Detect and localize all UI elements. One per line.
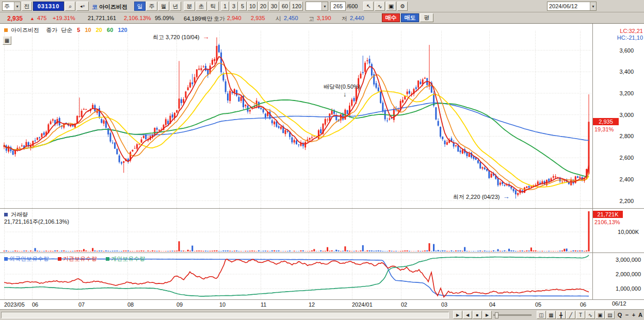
replay-speed-slider[interactable] bbox=[493, 314, 532, 316]
dividend-annotation: 배당락(0.50%) bbox=[324, 83, 361, 91]
svg-text:10: 10 bbox=[219, 301, 226, 308]
ma10-label: 10 bbox=[85, 27, 91, 33]
auto-scale-button[interactable]: A bbox=[637, 311, 644, 319]
replay-back-button[interactable]: ◀ bbox=[463, 311, 472, 319]
list-button[interactable]: ▤ bbox=[605, 311, 615, 319]
indicator-icon: ∿ bbox=[588, 312, 592, 318]
period-year-button[interactable]: 년 bbox=[170, 2, 181, 11]
jeon-button[interactable]: 전 bbox=[22, 2, 32, 11]
institution-holdings-line bbox=[4, 259, 589, 297]
svg-text:2,000,000: 2,000,000 bbox=[616, 271, 641, 277]
svg-text:1,000,000: 1,000,000 bbox=[616, 285, 641, 292]
crosshair-button[interactable]: ╋ bbox=[556, 311, 566, 319]
ma5-line bbox=[4, 57, 589, 192]
period-second-button[interactable]: 초 bbox=[196, 2, 207, 11]
high-annotation-text: 최고 3,720 (10/04) bbox=[153, 34, 200, 40]
svg-text:2023/05: 2023/05 bbox=[4, 301, 25, 308]
volume-bars bbox=[4, 211, 590, 251]
open-label: 시 bbox=[276, 15, 281, 23]
buy-button[interactable]: 매수 bbox=[382, 13, 400, 22]
chart-settings-button[interactable]: ⚙ bbox=[397, 2, 408, 11]
minute-120-button[interactable]: 120 bbox=[291, 2, 303, 11]
date-value: 2024/06/12 bbox=[549, 3, 577, 9]
replay-forward-button[interactable]: ▶ bbox=[482, 311, 492, 319]
period-minute-button[interactable]: 분 bbox=[184, 2, 195, 11]
minute-3-button[interactable]: 3 bbox=[230, 2, 238, 11]
volume-title: 거래량 bbox=[11, 211, 28, 217]
sell-button[interactable]: 매도 bbox=[401, 13, 419, 22]
low-annotation-text: 최저 2,220 (04/23) bbox=[453, 194, 500, 200]
chevron-down-icon: ▼ bbox=[590, 2, 596, 10]
add-favorite-button[interactable]: ◂+ bbox=[76, 2, 89, 11]
stop-icon: ■ bbox=[476, 313, 479, 317]
ma20-line bbox=[4, 73, 589, 187]
ma20-label: 20 bbox=[96, 27, 102, 33]
bid-price: 2,935 bbox=[251, 15, 265, 21]
svg-text:2024/01: 2024/01 bbox=[352, 301, 373, 308]
minute-30-button[interactable]: 30 bbox=[269, 2, 279, 11]
indicator-tool-button[interactable]: ∿ bbox=[375, 2, 385, 11]
svg-text:2,200: 2,200 bbox=[619, 198, 634, 204]
bar-count-input[interactable]: 265 bbox=[330, 2, 346, 11]
svg-text:06: 06 bbox=[32, 301, 38, 308]
indicator-button[interactable]: ∿ bbox=[586, 311, 595, 319]
trendline-button[interactable]: ╱ bbox=[566, 311, 575, 319]
chevron-down-icon: ▼ bbox=[14, 2, 20, 10]
current-price: 2,935 bbox=[7, 15, 23, 22]
zoom-in-button[interactable]: + bbox=[630, 311, 637, 319]
save-chart-button[interactable]: ▣ bbox=[386, 2, 396, 11]
moving-average-lines bbox=[4, 57, 589, 192]
chart-canvas[interactable]: 2,2002,4002,6002,8003,0003,2003,4003,600… bbox=[0, 24, 644, 309]
hc-label: HC:-21,10 bbox=[617, 35, 643, 41]
chart-area: 2,2002,4002,6002,8003,0003,2003,4003,600… bbox=[0, 24, 644, 309]
ma120-label: 120 bbox=[118, 27, 127, 33]
grid-toggle-button[interactable]: ▦ bbox=[546, 311, 556, 319]
stock-code-input[interactable]: 031310 bbox=[33, 2, 64, 11]
current-price-badge-pct: 19,31% bbox=[594, 126, 614, 132]
text-tool-button[interactable]: T bbox=[576, 311, 585, 319]
period-month-button[interactable]: 월 bbox=[158, 2, 169, 11]
volume-value: 21,721,161 bbox=[88, 15, 116, 21]
period-day-button[interactable]: 일 bbox=[134, 2, 146, 11]
replay-stop-button[interactable]: ■ bbox=[473, 311, 482, 319]
date-picker[interactable]: 2024/06/12 ▼ bbox=[547, 2, 597, 11]
low-annotation: 최저 2,220 (04/23) → bbox=[453, 193, 510, 201]
arrow-down-icon: ↓ bbox=[343, 90, 347, 98]
svg-text:3,600: 3,600 bbox=[619, 47, 634, 54]
stock-search-button[interactable]: ⌕ bbox=[65, 2, 75, 11]
minute-5-button[interactable]: 5 bbox=[238, 2, 247, 11]
svg-text:3,000: 3,000 bbox=[619, 112, 634, 118]
svg-text:11: 11 bbox=[261, 301, 266, 308]
period-type-combo[interactable]: 주 ▼ bbox=[2, 2, 21, 11]
minute-1-button[interactable]: 1 bbox=[221, 2, 229, 11]
cursor-tool-button[interactable]: ↖ bbox=[363, 2, 374, 11]
forward-icon: ▶ bbox=[486, 313, 489, 317]
slider-handle[interactable] bbox=[495, 312, 498, 318]
horizontal-scrollbar[interactable] bbox=[1, 312, 449, 318]
svg-text:06: 06 bbox=[580, 301, 586, 308]
hoga-label: 호가 bbox=[214, 15, 225, 23]
compare-chart-button[interactable]: ◫ bbox=[537, 311, 546, 319]
period-week-button[interactable]: 주 bbox=[146, 2, 157, 11]
zoom-out-button[interactable]: − bbox=[623, 311, 631, 319]
svg-text:03: 03 bbox=[441, 301, 447, 308]
minute-20-button[interactable]: 20 bbox=[258, 2, 268, 11]
capture-button[interactable]: ▣ bbox=[595, 311, 605, 319]
dividend-annotation-text: 배당락(0.50%) bbox=[324, 83, 361, 90]
wave-icon: ∿ bbox=[377, 3, 382, 10]
minute-60-button[interactable]: 60 bbox=[280, 2, 290, 11]
zoom-lens-button[interactable]: Q bbox=[616, 311, 623, 319]
svg-text:05: 05 bbox=[535, 301, 541, 308]
interval-combo[interactable]: ▼ bbox=[305, 2, 328, 11]
replay-play-button[interactable]: ▶ bbox=[453, 311, 462, 319]
capture-icon: ▣ bbox=[598, 312, 602, 318]
foreign-holdings-line bbox=[4, 259, 589, 296]
svg-text:04: 04 bbox=[489, 301, 495, 308]
period-tick-button[interactable]: 틱 bbox=[207, 2, 219, 11]
chart-style-button[interactable]: ▦ bbox=[3, 36, 11, 45]
svg-text:09: 09 bbox=[176, 301, 183, 308]
list-icon: ▤ bbox=[607, 312, 612, 318]
minute-10-button[interactable]: 10 bbox=[247, 2, 257, 11]
chart-bottom-bar: ▶ ◀ ■ ▶ ◫ ▦ ╋ ╱ T ∿ ▣ ▤ Q − + A bbox=[0, 309, 644, 320]
avg-price-button[interactable]: 평 bbox=[420, 13, 433, 22]
